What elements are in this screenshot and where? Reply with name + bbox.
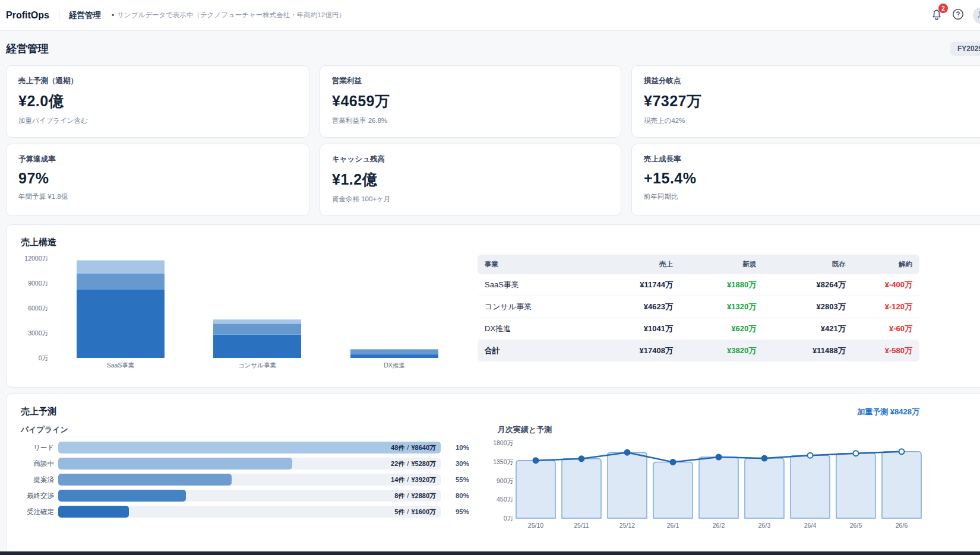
svg-text:DX推進: DX推進 — [384, 361, 405, 369]
stage-track: 8件/¥2880万 — [58, 490, 441, 502]
total-label: 合計 — [478, 340, 591, 362]
pipeline-panel: パイプライン リード 48件/¥8640万 10% 商談中 22件/¥5280万 — [21, 424, 469, 531]
revenue-structure-body: 0万3000万6000万9000万12000万SaaS事業コンサル事業DX推進 … — [21, 250, 919, 372]
svg-text:26/1: 26/1 — [667, 522, 679, 529]
monthly-panel: 月次実績と予測 0万450万900万1350万1800万25/1025/1125… — [478, 424, 921, 531]
existing-value: ¥8264万 — [763, 274, 852, 296]
kpi-label: 予算達成率 — [18, 154, 297, 164]
stage-value: 5件/¥1600万 — [394, 508, 436, 516]
total-churn: ¥-580万 — [853, 340, 919, 362]
svg-text:0万: 0万 — [504, 515, 514, 522]
pipeline-stage-row: 提案済 14件/¥3920万 55% — [21, 474, 469, 486]
kpi-value: ¥4659万 — [332, 91, 609, 111]
col-business: 事業 — [478, 255, 591, 274]
table-header-row: 事業 売上 新規 既存 解約 — [478, 255, 919, 274]
churn-value: ¥-120万 — [853, 296, 919, 318]
kpi-sub: 前年同期比 — [644, 192, 977, 201]
notifications-button[interactable]: 2 — [930, 8, 943, 23]
svg-text:25/11: 25/11 — [574, 522, 589, 529]
col-existing: 既存 — [763, 255, 852, 274]
kpi-card-budget-achievement: 予算達成率 97% 年間予算 ¥1.8億 — [6, 144, 309, 216]
table-row: コンサル事業 ¥4623万 ¥1320万 ¥2803万 ¥-120万 — [478, 296, 919, 318]
business-name: DX推進 — [478, 318, 591, 340]
sales-value: ¥4623万 — [591, 296, 680, 318]
new-value: ¥620万 — [680, 318, 763, 340]
stage-track: 5件/¥1600万 — [58, 506, 441, 518]
kpi-value: ¥1.2億 — [332, 170, 609, 189]
svg-text:26/4: 26/4 — [804, 522, 817, 529]
page-head: 経営管理 FY2025 — [6, 42, 980, 56]
pipeline-stage-row: 受注確定 5件/¥1600万 95% — [21, 506, 469, 518]
kpi-value: +15.4% — [644, 170, 977, 187]
fiscal-year-badge[interactable]: FY2025 — [950, 42, 980, 56]
page-title: 経営管理 — [6, 42, 49, 56]
stage-value: 48件/¥8640万 — [391, 443, 436, 452]
table-row: DX推進 ¥1041万 ¥620万 ¥421万 ¥-60万 — [478, 318, 919, 340]
sample-data-note-text: サンプルデータで表示中（テクノフューチャー株式会社・年商約12億円） — [117, 11, 346, 20]
monthly-forecast-chart: 0万450万900万1350万1800万25/1025/1125/1226/12… — [478, 438, 921, 528]
nav-item-keiei-kanri[interactable]: 経営管理 — [69, 10, 101, 21]
stage-bar — [58, 458, 292, 470]
stage-bar — [58, 506, 129, 518]
sales-value: ¥1041万 — [591, 318, 680, 340]
stage-value: 8件/¥2880万 — [394, 491, 436, 500]
total-sales: ¥17408万 — [591, 340, 680, 362]
kpi-sub: 加重パイプライン含む — [18, 116, 297, 125]
help-button[interactable] — [951, 8, 965, 23]
weighted-forecast-value: ¥8428万 — [890, 407, 919, 416]
existing-value: ¥421万 — [763, 318, 852, 340]
table-total-row: 合計 ¥17408万 ¥3820万 ¥11488万 ¥-580万 — [478, 340, 919, 362]
kpi-sub: 営業利益率 26.8% — [332, 116, 609, 125]
sales-forecast-section: 売上予測 加重予測 ¥8428万 パイプライン リード 48件/¥8640万 1… — [6, 394, 980, 555]
kpi-value: 97% — [18, 170, 297, 187]
weighted-forecast-label: 加重予測 — [857, 407, 888, 416]
col-churn: 解約 — [853, 255, 919, 274]
help-icon — [951, 8, 965, 23]
svg-text:1350万: 1350万 — [493, 458, 513, 465]
divider — [59, 9, 59, 21]
stage-probability: 30% — [441, 460, 469, 467]
pipeline-stage-row: リード 48件/¥8640万 10% — [21, 442, 469, 453]
top-bar: ProfitOps 経営管理 • サンプルデータで表示中（テクノフューチャー株式… — [0, 0, 980, 31]
section-title: 売上予測 — [21, 406, 56, 417]
stage-label: 受注確定 — [21, 508, 58, 516]
kpi-card-revenue-growth: 売上成長率 +15.4% 前年同期比 — [631, 144, 980, 216]
notification-badge: 2 — [938, 4, 948, 13]
pipeline-stage-row: 商談中 22件/¥5280万 30% — [21, 458, 469, 470]
kpi-card-breakeven: 損益分岐点 ¥7327万 現売上の42% — [631, 65, 980, 138]
stage-label: 提案済 — [21, 475, 58, 484]
stage-bar — [58, 474, 232, 486]
sales-value: ¥11744万 — [591, 274, 680, 296]
kpi-card-operating-profit: 営業利益 ¥4659万 営業利益率 26.8% — [320, 65, 621, 138]
kpi-label: 売上予測（通期） — [18, 76, 297, 86]
existing-value: ¥2803万 — [763, 296, 852, 318]
total-existing: ¥11488万 — [763, 340, 852, 362]
kpi-label: 営業利益 — [332, 76, 609, 86]
section-title: 売上構造 — [21, 237, 919, 248]
revenue-table: 事業 売上 新規 既存 解約 SaaS事業 ¥11744万 ¥1880万 ¥82 — [478, 255, 919, 361]
business-name: コンサル事業 — [478, 296, 591, 318]
kpi-label: 売上成長率 — [644, 154, 977, 164]
stage-value: 14件/¥3920万 — [391, 475, 436, 484]
svg-text:1800万: 1800万 — [493, 439, 513, 446]
app-logo: ProfitOps — [6, 10, 49, 21]
forecast-head: 売上予測 加重予測 ¥8428万 — [21, 406, 919, 417]
svg-text:900万: 900万 — [497, 477, 514, 484]
kpi-sub: 年間予算 ¥1.8億 — [18, 192, 297, 201]
new-value: ¥1320万 — [680, 296, 763, 318]
kpi-label: 損益分岐点 — [644, 76, 977, 86]
stage-track: 22件/¥5280万 — [58, 458, 441, 470]
stage-track: 14件/¥3920万 — [58, 474, 441, 486]
stage-probability: 55% — [441, 476, 469, 483]
stage-label: 最終交渉 — [21, 491, 58, 500]
new-value: ¥1880万 — [680, 274, 763, 296]
weighted-forecast-link[interactable]: 加重予測 ¥8428万 — [857, 407, 919, 417]
svg-text:6000万: 6000万 — [28, 305, 48, 312]
svg-text:25/12: 25/12 — [619, 522, 635, 529]
monthly-subtitle: 月次実績と予測 — [498, 424, 921, 435]
svg-text:25/10: 25/10 — [528, 522, 543, 529]
pipeline-subtitle: パイプライン — [21, 424, 469, 435]
stage-value: 22件/¥5280万 — [391, 459, 436, 468]
svg-text:26/6: 26/6 — [896, 522, 908, 529]
user-avatar[interactable] — [973, 7, 980, 24]
